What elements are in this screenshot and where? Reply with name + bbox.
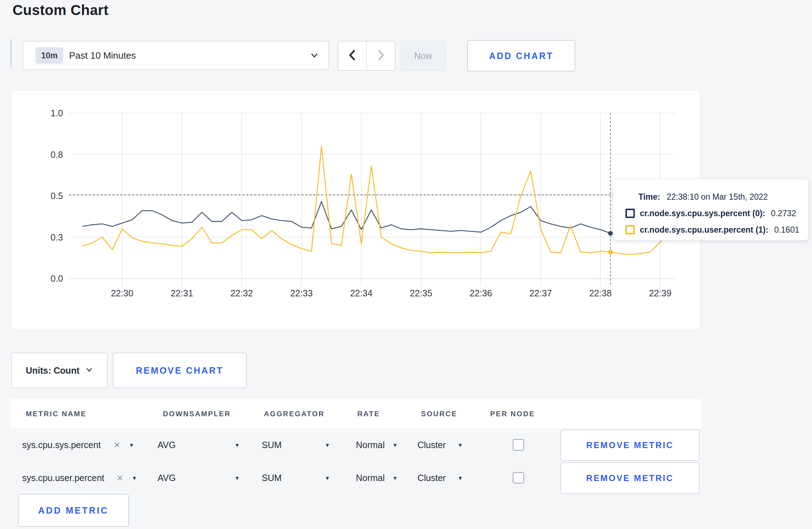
time-range-select[interactable]: 10m Past 10 Minutes — [23, 41, 329, 70]
y-axis-tick-label: 0.0 — [50, 273, 63, 283]
metrics-table-header: METRIC NAME DOWNSAMPLER AGGREGATOR RATE … — [10, 399, 701, 428]
col-header-per-node: PER NODE — [490, 399, 535, 428]
series-line-0 — [82, 202, 680, 233]
downsampler-value[interactable]: AVG — [158, 461, 176, 494]
add-metric-button[interactable]: ADD METRIC — [18, 494, 129, 527]
downsampler-caret-icon[interactable]: ▼ — [235, 428, 240, 461]
tooltip-time-value: 22:38:10 on Mar 15th, 2022 — [667, 192, 768, 202]
series-line-1 — [82, 146, 680, 254]
rate-value[interactable]: Normal — [356, 461, 385, 494]
metric-row: sys.cpu.sys.percent × ▼ AVG ▼ SUM ▼ Norm… — [11, 428, 700, 461]
x-axis-tick-label: 22:32 — [231, 288, 253, 298]
downsampler-value[interactable]: AVG — [158, 428, 176, 461]
custom-chart-page: Custom Chart 10m Past 10 Minutes Now ADD… — [0, 0, 812, 529]
x-axis-tick-label: 22:34 — [350, 288, 373, 298]
y-axis-tick-label: 0.3 — [50, 232, 63, 242]
clear-metric-icon[interactable]: × — [114, 428, 120, 461]
chart-tooltip: Time: 22:38:10 on Mar 15th, 2022 cr.node… — [613, 179, 808, 241]
remove-metric-button[interactable]: REMOVE METRIC — [560, 462, 700, 494]
tooltip-series-name: cr.node.sys.cpu.user.percent (1): — [640, 225, 768, 235]
y-axis-tick-label: 0.8 — [50, 150, 63, 160]
now-button[interactable]: Now — [401, 41, 446, 71]
chevron-down-icon — [85, 365, 93, 376]
tooltip-time-label: Time: — [638, 192, 660, 202]
tooltip-series-row: cr.node.sys.cpu.user.percent (1): 0.1601 — [625, 222, 808, 238]
tooltip-series-name: cr.node.sys.cpu.sys.percent (0): — [640, 209, 765, 218]
source-value[interactable]: Cluster — [417, 428, 446, 461]
time-nav-group — [338, 41, 396, 71]
chevron-right-icon — [375, 48, 387, 64]
units-select[interactable]: Units: Count — [11, 353, 108, 388]
x-axis-tick-label: 22:36 — [470, 288, 492, 298]
x-axis-tick-label: 22:33 — [290, 288, 313, 298]
prev-time-button[interactable] — [338, 42, 367, 70]
x-axis-tick-label: 22:38 — [589, 288, 612, 298]
source-value[interactable]: Cluster — [417, 461, 446, 494]
rate-caret-icon[interactable]: ▼ — [392, 461, 398, 494]
x-axis-tick-label: 22:37 — [530, 288, 552, 298]
series-sys-legend-swatch-icon — [625, 209, 635, 218]
source-caret-icon[interactable]: ▼ — [458, 428, 463, 461]
aggregator-caret-icon[interactable]: ▼ — [325, 428, 330, 461]
per-node-cell — [513, 428, 524, 461]
timeseries-chart: 0.00.30.50.81.022:3022:3122:3222:3322:34… — [11, 91, 700, 330]
metric-row: sys.cpu.user.percent × ▼ AVG ▼ SUM ▼ Nor… — [11, 461, 700, 494]
col-header-aggregator: AGGREGATOR — [264, 399, 325, 428]
x-axis-tick-label: 22:39 — [649, 288, 672, 298]
y-axis-tick-label: 1.0 — [50, 108, 63, 118]
remove-metric-button[interactable]: REMOVE METRIC — [560, 429, 700, 461]
tooltip-series-value: 0.1601 — [774, 225, 799, 235]
col-header-metric-name: METRIC NAME — [26, 399, 87, 428]
chart-card[interactable]: 0.00.30.50.81.022:3022:3122:3222:3322:34… — [11, 90, 700, 330]
add-chart-button[interactable]: ADD CHART — [467, 40, 575, 72]
page-title: Custom Chart — [13, 2, 108, 18]
next-time-button[interactable] — [367, 42, 395, 70]
tooltip-series-value: 0.2732 — [771, 209, 796, 218]
rate-value[interactable]: Normal — [356, 428, 385, 461]
x-axis-tick-label: 22:31 — [171, 288, 193, 298]
hover-point-dot-0 — [608, 231, 613, 236]
rate-caret-icon[interactable]: ▼ — [392, 428, 398, 461]
chevron-left-icon — [346, 48, 358, 64]
toolbar-divider — [10, 39, 11, 68]
metric-name-caret-icon[interactable]: ▼ — [132, 461, 137, 494]
hover-point-dot-1 — [608, 250, 613, 254]
remove-chart-button[interactable]: REMOVE CHART — [113, 353, 247, 388]
source-caret-icon[interactable]: ▼ — [458, 461, 463, 494]
per-node-checkbox[interactable] — [513, 439, 524, 451]
per-node-cell — [513, 461, 524, 494]
col-header-rate: RATE — [357, 399, 380, 428]
aggregator-value[interactable]: SUM — [262, 461, 282, 494]
per-node-checkbox[interactable] — [513, 472, 524, 484]
chevron-down-icon — [309, 50, 320, 62]
time-range-label: Past 10 Minutes — [69, 42, 136, 69]
col-header-downsampler: DOWNSAMPLER — [163, 399, 231, 428]
time-range-badge: 10m — [35, 47, 63, 64]
tooltip-time-row: Time: 22:38:10 on Mar 15th, 2022 — [625, 189, 808, 205]
y-axis-tick-label: 0.5 — [50, 191, 63, 201]
metric-name-value[interactable]: sys.cpu.user.percent — [22, 461, 104, 494]
metric-name-value[interactable]: sys.cpu.sys.percent — [22, 428, 101, 461]
clear-metric-icon[interactable]: × — [117, 461, 123, 494]
col-header-source: SOURCE — [421, 399, 457, 428]
series-user-legend-swatch-icon — [625, 225, 635, 234]
tooltip-series-row: cr.node.sys.cpu.sys.percent (0): 0.2732 — [625, 205, 808, 222]
aggregator-value[interactable]: SUM — [262, 428, 282, 461]
units-label: Units: Count — [26, 365, 79, 376]
x-axis-tick-label: 22:30 — [111, 288, 134, 298]
aggregator-caret-icon[interactable]: ▼ — [325, 461, 330, 494]
metric-name-caret-icon[interactable]: ▼ — [129, 428, 134, 461]
x-axis-tick-label: 22:35 — [410, 288, 432, 298]
downsampler-caret-icon[interactable]: ▼ — [235, 461, 240, 494]
